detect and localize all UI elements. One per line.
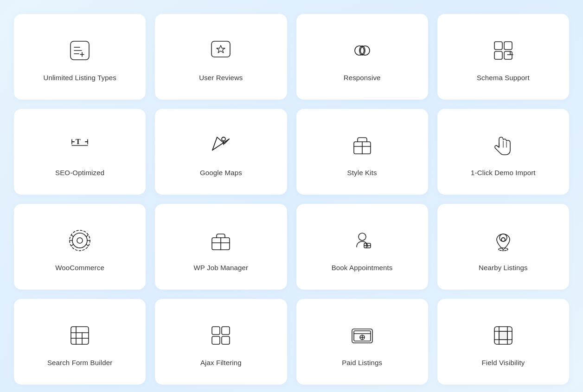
card-schema-support: Schema Support — [437, 14, 569, 100]
svg-point-31 — [72, 233, 87, 248]
paid-listings-label: Paid Listings — [342, 359, 382, 367]
style-kits-label: Style Kits — [347, 169, 377, 177]
card-book-appointments: Book Appointments — [296, 204, 428, 290]
svg-rect-60 — [222, 336, 230, 344]
one-click-demo-label: 1-Click Demo Import — [471, 169, 536, 177]
ajax-filtering-label: Ajax Filtering — [200, 359, 242, 367]
svg-text:T: T — [76, 138, 81, 145]
card-style-kits: Style Kits — [296, 109, 428, 195]
svg-line-39 — [86, 244, 88, 246]
svg-point-23 — [222, 137, 225, 141]
svg-rect-59 — [212, 336, 220, 344]
user-reviews-icon — [206, 36, 236, 65]
responsive-icon — [347, 36, 377, 65]
ajax-filtering-icon — [206, 321, 236, 350]
card-google-maps: Google Maps — [155, 109, 287, 195]
svg-rect-6 — [211, 41, 230, 57]
features-grid: Unlimited Listing Types User Reviews Res… — [14, 14, 569, 385]
card-nearby-listings: Nearby Listings — [437, 204, 569, 290]
seo-optimized-icon: T — [65, 131, 95, 160]
svg-point-32 — [77, 238, 83, 243]
card-woocommerce: WooCommerce — [14, 204, 146, 290]
seo-optimized-label: SEO-Optimized — [55, 169, 104, 177]
card-ajax-filtering: Ajax Filtering — [155, 299, 287, 385]
svg-rect-13 — [494, 51, 502, 59]
schema-support-label: Schema Support — [477, 74, 530, 82]
field-visibility-label: Field Visibility — [481, 359, 525, 367]
svg-rect-72 — [499, 331, 507, 340]
svg-rect-14 — [504, 51, 512, 59]
unlimited-listing-types-icon — [65, 36, 95, 65]
svg-point-45 — [359, 233, 366, 240]
card-field-visibility: Field Visibility — [437, 299, 569, 385]
style-kits-icon — [347, 131, 377, 160]
responsive-label: Responsive — [344, 74, 381, 82]
card-user-reviews: User Reviews — [155, 14, 287, 100]
svg-line-38 — [71, 235, 73, 237]
svg-rect-58 — [222, 327, 230, 335]
svg-marker-7 — [217, 45, 225, 53]
card-unlimited-listing-types: Unlimited Listing Types — [14, 14, 146, 100]
card-paid-listings: Paid Listings — [296, 299, 428, 385]
svg-line-40 — [71, 244, 73, 246]
card-seo-optimized: T SEO-Optimized — [14, 109, 146, 195]
one-click-demo-icon — [488, 131, 518, 160]
card-one-click-demo: 1-Click Demo Import — [437, 109, 569, 195]
nearby-listings-label: Nearby Listings — [479, 264, 528, 272]
svg-rect-11 — [494, 42, 502, 50]
svg-rect-52 — [71, 327, 89, 344]
schema-support-icon — [488, 36, 518, 65]
woocommerce-icon — [65, 226, 95, 255]
svg-rect-12 — [504, 42, 512, 50]
svg-line-41 — [86, 235, 88, 237]
svg-point-50 — [501, 238, 505, 241]
wp-job-manager-icon — [206, 226, 236, 255]
nearby-listings-icon — [488, 226, 518, 255]
book-appointments-label: Book Appointments — [332, 264, 393, 272]
user-reviews-label: User Reviews — [199, 74, 243, 82]
google-maps-label: Google Maps — [200, 169, 242, 177]
search-form-builder-label: Search Form Builder — [47, 359, 112, 367]
woocommerce-label: WooCommerce — [55, 264, 104, 272]
unlimited-listing-types-label: Unlimited Listing Types — [43, 74, 116, 82]
card-responsive: Responsive — [296, 14, 428, 100]
book-appointments-icon — [347, 226, 377, 255]
svg-rect-57 — [212, 327, 220, 335]
card-search-form-builder: Search Form Builder — [14, 299, 146, 385]
field-visibility-icon — [488, 321, 518, 350]
search-form-builder-icon — [65, 321, 95, 350]
paid-listings-icon — [347, 321, 377, 350]
card-wp-job-manager: WP Job Manager — [155, 204, 287, 290]
google-maps-icon — [206, 131, 236, 160]
wp-job-manager-label: WP Job Manager — [194, 264, 249, 272]
